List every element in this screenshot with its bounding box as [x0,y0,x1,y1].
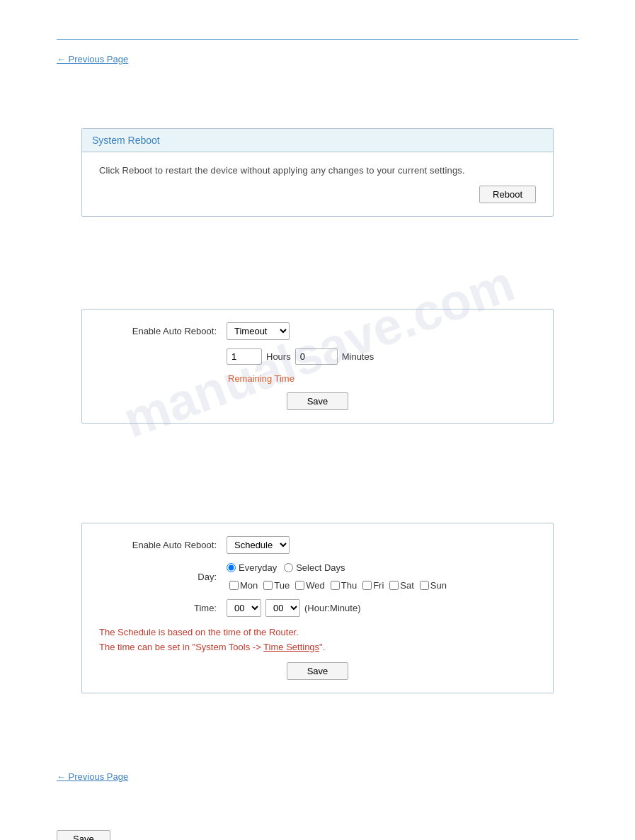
day-sat[interactable]: Sat [389,580,414,591]
auto-reboot-schedule-row: Enable Auto Reboot: Schedule Timeout Dis… [99,536,536,554]
top-nav-link[interactable]: ← Previous Page [57,54,128,64]
reboot-description: Click Reboot to restart the device witho… [99,165,536,176]
day-row: Day: Everyday Select Days Mon [99,562,536,591]
bottom-button-bar: Save [57,830,578,840]
hour-minute-label: (Hour:Minute) [304,603,360,613]
hours-input[interactable] [227,348,262,365]
time-group: 00 01 06 12 18 23 00 15 30 45 (Hour:Minu… [227,599,360,617]
day-group: Everyday Select Days Mon Tue Wed Thu Fri [227,562,447,591]
schedule-save-button[interactable]: Save [287,662,349,680]
checkbox-sun[interactable] [420,581,429,590]
auto-reboot-timeout-card: Enable Auto Reboot: Timeout Schedule Dis… [81,309,554,424]
system-reboot-header: System Reboot [82,129,553,152]
top-nav-link-area: ← Previous Page [57,54,578,64]
auto-reboot-schedule-select[interactable]: Schedule Timeout Disable [227,536,290,554]
day-tue[interactable]: Tue [263,580,290,591]
hours-label: Hours [266,351,291,362]
schedule-note-prefix: The time can be set in "System Tools -> [99,642,263,652]
schedule-note: The Schedule is based on the time of the… [99,625,536,655]
top-divider [57,39,578,40]
checkbox-fri[interactable] [362,581,372,590]
hours-minutes-group: Hours Minutes [227,348,374,365]
day-mon[interactable]: Mon [229,580,258,591]
enable-auto-reboot-schedule-label: Enable Auto Reboot: [99,540,227,550]
select-days-option[interactable]: Select Days [284,562,345,573]
remaining-time-label: Remaining Time [228,373,294,384]
schedule-select-group: Schedule Timeout Disable [227,536,290,554]
timeout-save-button[interactable]: Save [287,392,349,410]
time-row: Time: 00 01 06 12 18 23 00 15 30 45 [99,599,536,617]
everyday-label: Everyday [239,562,277,573]
schedule-note-suffix: ". [319,642,325,652]
auto-reboot-schedule-body: Enable Auto Reboot: Schedule Timeout Dis… [82,523,553,693]
enable-auto-reboot-timeout-label: Enable Auto Reboot: [99,326,227,336]
hour-select[interactable]: 00 01 06 12 18 23 [227,599,261,617]
day-fri[interactable]: Fri [362,580,384,591]
checkbox-mon[interactable] [229,581,239,590]
day-sun[interactable]: Sun [420,580,447,591]
day-radio-group: Everyday Select Days [227,562,345,573]
timeout-select-group: Timeout Schedule Disable [227,322,290,340]
auto-reboot-schedule-card: Enable Auto Reboot: Schedule Timeout Dis… [81,523,554,693]
auto-reboot-timeout-select[interactable]: Timeout Schedule Disable [227,322,290,340]
minutes-label: Minutes [342,351,374,362]
days-checkboxes-row: Mon Tue Wed Thu Fri Sat Sun [229,580,447,591]
hours-minutes-row: Hours Minutes [99,348,536,365]
checkbox-thu[interactable] [331,581,340,590]
system-reboot-body: Click Reboot to restart the device witho… [82,152,553,216]
schedule-note-line1: The Schedule is based on the time of the… [99,625,536,640]
day-thu[interactable]: Thu [331,580,357,591]
auto-reboot-timeout-body: Enable Auto Reboot: Timeout Schedule Dis… [82,310,553,423]
auto-reboot-timeout-row: Enable Auto Reboot: Timeout Schedule Dis… [99,322,536,340]
everyday-option[interactable]: Everyday [227,562,277,573]
everyday-radio[interactable] [227,563,236,572]
minute-select[interactable]: 00 15 30 45 [265,599,300,617]
time-label: Time: [99,603,227,613]
select-days-label: Select Days [296,562,345,573]
system-reboot-card: System Reboot Click Reboot to restart th… [81,128,554,217]
checkbox-wed[interactable] [295,581,304,590]
day-wed[interactable]: Wed [295,580,325,591]
bottom-nav-link[interactable]: ← Previous Page [57,771,128,782]
select-days-radio[interactable] [284,563,293,572]
bottom-nav-link-area: ← Previous Page [57,771,578,782]
checkbox-sat[interactable] [389,581,399,590]
timeout-save-row: Save [99,392,536,410]
day-label: Day: [99,572,227,582]
time-settings-link[interactable]: Time Settings [263,642,319,652]
system-reboot-title: System Reboot [92,135,160,146]
reboot-button[interactable]: Reboot [479,186,536,203]
bottom-save-button[interactable]: Save [57,830,110,840]
minutes-input[interactable] [295,348,338,365]
checkbox-tue[interactable] [263,581,273,590]
schedule-note-line2: The time can be set in "System Tools -> … [99,640,536,655]
reboot-button-row: Reboot [99,186,536,203]
remaining-time-row: Remaining Time [99,373,536,384]
schedule-save-row: Save [99,662,536,680]
